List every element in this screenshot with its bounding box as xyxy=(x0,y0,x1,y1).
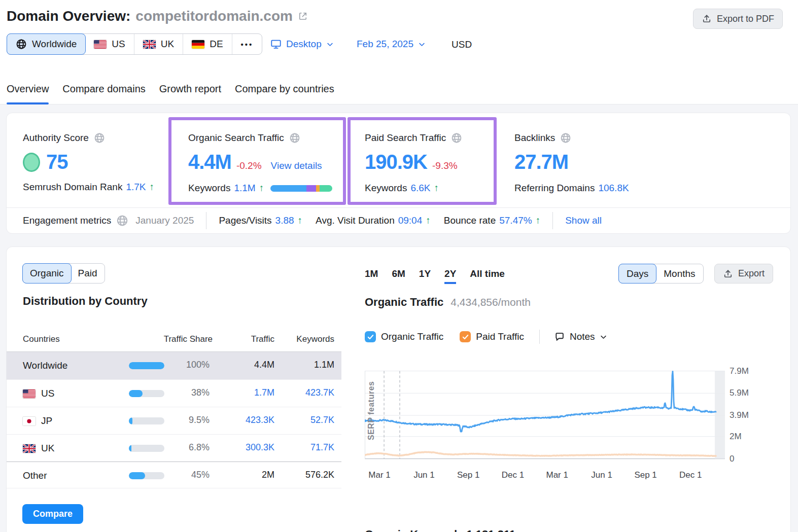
range-tab-6m[interactable]: 6M xyxy=(392,268,405,284)
keywords-label: Keywords xyxy=(365,183,407,194)
checkbox-organic-traffic[interactable] xyxy=(365,331,376,342)
globe-info-icon[interactable] xyxy=(451,132,462,144)
device-selector[interactable]: Desktop xyxy=(270,39,334,50)
notes-dropdown[interactable]: Notes xyxy=(554,331,607,342)
domain-rank-label: Semrush Domain Rank xyxy=(23,182,122,193)
country-row-uk[interactable]: UK6.8%300.3K71.7K xyxy=(7,434,341,462)
us-flag-icon xyxy=(94,40,107,49)
x-axis-label: Sep 1 xyxy=(626,470,666,480)
toggle-organic[interactable]: Organic xyxy=(22,263,72,283)
organic-traffic-block: Organic Search Traffic 4.4M -0.2% View d… xyxy=(188,113,332,194)
keywords-value[interactable]: 71.7K xyxy=(270,442,334,453)
divider xyxy=(552,212,553,229)
granularity-days[interactable]: Days xyxy=(618,264,656,283)
view-details-link[interactable]: View details xyxy=(271,160,322,171)
upload-icon xyxy=(702,14,712,24)
x-axis-label: Dec 1 xyxy=(493,470,533,480)
referring-domains-value[interactable]: 106.8K xyxy=(598,183,629,194)
tab-growth-report[interactable]: Growth report xyxy=(159,80,221,104)
uk-flag-icon xyxy=(23,444,36,453)
x-axis-label: Sep 1 xyxy=(448,470,489,480)
region-tab-de[interactable]: DE xyxy=(183,34,231,54)
main-tabs: OverviewCompare domainsGrowth reportComp… xyxy=(7,80,334,104)
country-row-jp[interactable]: JP9.5%423.3K52.7K xyxy=(7,407,341,434)
x-axis-label: Jun 1 xyxy=(404,470,444,480)
engagement-item-value[interactable]: 3.88 xyxy=(275,215,294,226)
traffic-chart xyxy=(365,371,725,461)
external-link-icon[interactable] xyxy=(298,11,308,21)
country-table: Worldwide100%4.4M1.1MUS38%1.7M423.7KJP9.… xyxy=(7,352,341,489)
notes-icon xyxy=(554,331,565,342)
country-row-worldwide[interactable]: Worldwide100%4.4M1.1M xyxy=(7,352,341,379)
keywords-value[interactable]: 52.7K xyxy=(270,415,334,425)
upload-icon xyxy=(723,269,733,279)
chevron-down-icon xyxy=(418,41,426,48)
up-arrow-icon: ↑ xyxy=(536,215,541,226)
tab-overview[interactable]: Overview xyxy=(7,80,49,104)
date-selector[interactable]: Feb 25, 2025 xyxy=(357,39,426,50)
legend-item-organic-traffic: Organic Traffic xyxy=(365,331,443,342)
engagement-metrics-row: Engagement metrics January 2025 Pages/Vi… xyxy=(23,208,602,233)
traffic-value: 2M xyxy=(215,470,274,480)
country-row-other[interactable]: Other45%2M576.2K xyxy=(7,462,341,489)
tab-compare-domains[interactable]: Compare domains xyxy=(62,80,145,104)
traffic-share-value: 45% xyxy=(159,470,210,480)
checkbox-paid-traffic[interactable] xyxy=(460,331,471,342)
region-tab-us[interactable]: US xyxy=(85,34,133,54)
traffic-share-value: 100% xyxy=(159,360,210,370)
engagement-item-value[interactable]: 57.47% xyxy=(499,215,532,226)
keywords-value[interactable]: 1.1M xyxy=(234,183,255,194)
export-pdf-button[interactable]: Export to PDF xyxy=(693,9,783,29)
export-button[interactable]: Export xyxy=(714,264,773,283)
toggle-paid[interactable]: Paid xyxy=(71,264,105,283)
legend-label: Paid Traffic xyxy=(476,331,524,342)
more-regions-button[interactable]: ••• xyxy=(232,34,262,54)
traffic-value[interactable]: 1.7M xyxy=(215,387,274,398)
days-months-toggle: DaysMonths xyxy=(618,264,704,283)
keywords-value: 1.1M xyxy=(270,360,334,370)
range-tabs: 1M6M1Y2YAll time xyxy=(365,268,505,284)
keywords-value[interactable]: 423.7K xyxy=(270,387,334,398)
top-header: Domain Overview: competitordomain.com Ex… xyxy=(0,0,798,104)
globe-info-icon[interactable] xyxy=(289,132,300,144)
distribution-title: Distribution by Country xyxy=(23,295,148,308)
range-tab-1m[interactable]: 1M xyxy=(365,268,378,284)
region-label: ••• xyxy=(241,40,254,49)
range-tab-2y[interactable]: 2Y xyxy=(444,268,456,284)
page-title-label: Domain Overview: xyxy=(7,8,130,24)
region-label: US xyxy=(112,39,125,50)
region-tab-uk[interactable]: UK xyxy=(134,34,183,54)
granularity-months[interactable]: Months xyxy=(656,264,703,283)
chevron-down-icon xyxy=(326,41,334,48)
organic-traffic-change: -0.2% xyxy=(236,160,262,171)
tab-label: Growth report xyxy=(159,83,221,94)
globe-info-icon[interactable] xyxy=(94,132,105,144)
serp-features-label: SERP features xyxy=(367,379,376,440)
tab-compare-by-countries[interactable]: Compare by countries xyxy=(235,80,334,104)
country-row-us[interactable]: US38%1.7M423.7K xyxy=(7,379,341,407)
range-label: 6M xyxy=(392,268,405,279)
globe-info-icon[interactable] xyxy=(116,215,128,227)
traffic-value[interactable]: 300.3K xyxy=(215,442,274,453)
globe-info-icon[interactable] xyxy=(560,132,571,144)
range-label: All time xyxy=(470,268,505,279)
engagement-item-0: Pages/Visits3.88↑ xyxy=(219,215,302,226)
paid-keywords-value[interactable]: 6.6K xyxy=(410,183,430,194)
show-all-link[interactable]: Show all xyxy=(565,215,602,226)
range-label: 1M xyxy=(365,268,378,279)
region-tab-worldwide[interactable]: Worldwide xyxy=(7,33,86,55)
divider xyxy=(539,330,540,344)
country-name: JP xyxy=(41,415,52,427)
compare-button[interactable]: Compare xyxy=(22,504,83,524)
engagement-item-label: Avg. Visit Duration xyxy=(316,215,395,226)
range-tab-1y[interactable]: 1Y xyxy=(419,268,431,284)
tab-label: Overview xyxy=(7,83,49,94)
active-tab-underline xyxy=(7,102,49,104)
up-arrow-icon: ↑ xyxy=(259,183,264,194)
engagement-metrics-label: Engagement metrics xyxy=(23,215,111,226)
range-tab-all-time[interactable]: All time xyxy=(470,268,505,284)
engagement-item-value[interactable]: 09:04 xyxy=(398,215,423,226)
domain-rank-value[interactable]: 1.7K xyxy=(126,182,146,193)
currency-label: USD xyxy=(452,39,472,50)
traffic-value[interactable]: 423.3K xyxy=(215,415,274,425)
